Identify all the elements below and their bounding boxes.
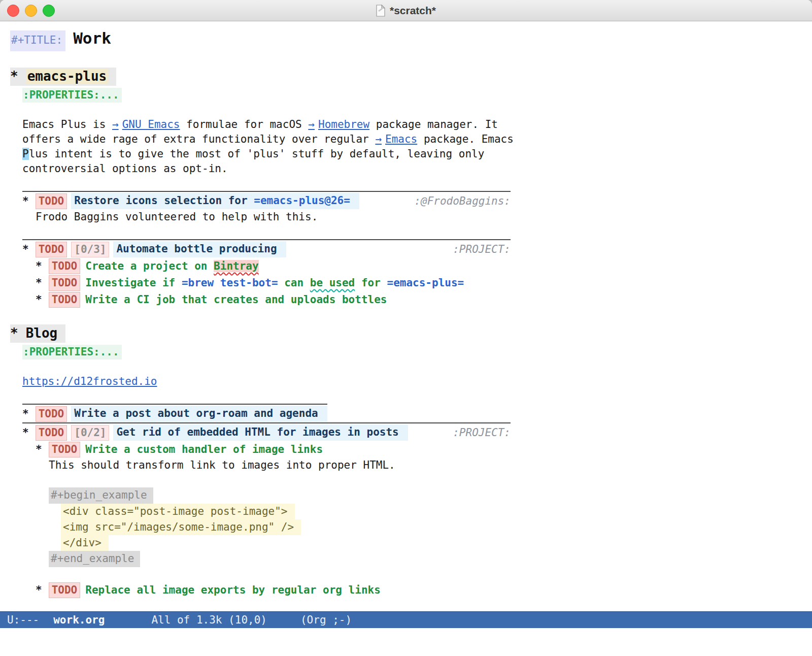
block-end-marker: #+end_example [49, 551, 140, 567]
heading-star: * [36, 292, 42, 307]
heading-text: Investigate if =brew test-bot= can be us… [85, 276, 464, 290]
link-text: GNU Emacs [122, 118, 180, 130]
heading-text: Write a post about org-roam and agenda [71, 406, 327, 422]
text-segment: Emacs Plus is [22, 118, 112, 130]
paragraph: Emacs Plus is →GNU Emacs formulae for ma… [22, 117, 812, 176]
link-text: Homebrew [318, 118, 369, 130]
heading-tag: :@FrodoBaggins: [414, 194, 511, 209]
paragraph-line: controversial options as opt-in. [22, 161, 812, 176]
misspelled-word: Bintray [214, 260, 259, 272]
heading-blog: *Blog [10, 324, 65, 343]
heading-star: * [36, 442, 42, 457]
text-segment: package. Emacs [417, 133, 514, 145]
modeline-state: U:--- [7, 614, 39, 626]
text-segment: lus intent is to give the most of 'plus'… [29, 148, 485, 160]
paragraph-line: Emacs Plus is →GNU Emacs formulae for ma… [22, 117, 812, 132]
link-arrow-icon: → [112, 118, 119, 130]
text-segment: for [355, 277, 387, 289]
example-block: #+begin_example <div class="post-image p… [49, 487, 812, 567]
text-segment: offers a wide rage of extra functionalit… [22, 133, 375, 145]
todo-heading-bottle: *TODO[0/3]Automate bottle producing:PROJ… [22, 239, 511, 258]
paragraph-line: Plus intent is to give the most of 'plus… [22, 147, 812, 161]
buffer: #+TITLE:Work *emacs-plus :PROPERTIES:...… [0, 21, 812, 611]
text-segment: controversial options as opt-in. [22, 162, 228, 175]
heading-star: * [10, 69, 18, 84]
heading-star: * [36, 276, 42, 290]
properties-drawer[interactable]: :PROPERTIES:... [22, 345, 122, 359]
heading-text: Replace all image exports by regular org… [85, 583, 381, 598]
heading-tag: :PROJECT: [453, 425, 511, 440]
example-line: <img src="/images/some-image.png" /> [61, 519, 301, 535]
inline-code: =emacs-plus@26= [254, 194, 350, 207]
todo-heading-post: *TODOWrite a post about org-roam and age… [22, 404, 327, 422]
example-line: </div> [61, 535, 109, 551]
heading-star: * [36, 583, 42, 598]
heading-text: Automate bottle producing [113, 241, 286, 257]
heading-text: emacs-plus [26, 69, 109, 84]
text-segment: Create a project on [85, 260, 214, 272]
example-line: <div class="post-image post-image"> [61, 504, 295, 519]
todo-keyword-badge: TODO [36, 193, 67, 209]
properties-drawer[interactable]: :PROPERTIES:... [22, 88, 122, 103]
todo-keyword-badge: TODO [49, 275, 81, 291]
link-text: Emacs [385, 133, 417, 145]
text-segment: Investigate if [85, 277, 182, 289]
body-text: This should transform link to images int… [49, 458, 812, 473]
todo-heading-ci: *TODOWrite a CI job that creates and upl… [36, 291, 387, 308]
title-line: #+TITLE:Work [10, 30, 812, 51]
traffic-lights [7, 0, 55, 21]
heading-star: * [22, 194, 29, 209]
todo-heading-bintray: *TODOCreate a project on Bintray [36, 258, 259, 275]
paragraph-line: offers a wide rage of extra functionalit… [22, 132, 812, 147]
close-button[interactable] [7, 5, 19, 17]
todo-keyword-badge: TODO [49, 582, 81, 598]
block-begin-marker: #+begin_example [49, 487, 153, 504]
inline-code: =emacs-plus= [387, 277, 464, 289]
window-title-group: *scratch* [376, 5, 436, 17]
todo-heading-testbot: *TODOInvestigate if =brew test-bot= can … [36, 275, 464, 291]
todo-heading-handler: *TODOWrite a custom handler of image lin… [36, 441, 323, 458]
modeline-mode[interactable]: (Org ;-) [300, 614, 352, 626]
body-text: Frodo Baggins volunteered to help with t… [36, 210, 812, 224]
heading-text: Write a CI job that creates and uploads … [85, 292, 387, 307]
todo-heading-replace: *TODOReplace all image exports by regula… [36, 582, 381, 599]
grammar-flagged-text: be used [310, 277, 355, 289]
todo-keyword-badge: TODO [36, 242, 67, 257]
zoom-button[interactable] [43, 5, 55, 17]
heading-star: * [22, 242, 29, 257]
link-emacs[interactable]: →Emacs [375, 133, 417, 145]
text-cursor: P [22, 148, 29, 160]
heading-text: Write a custom handler of image links [85, 442, 323, 457]
heading-text: Restore icons selection for =emacs-plus@… [71, 193, 359, 209]
todo-keyword-badge: TODO [36, 425, 67, 441]
modeline-buffer-name[interactable]: work.org [53, 614, 105, 626]
heading-tag: :PROJECT: [453, 242, 511, 257]
document-icon [376, 5, 385, 17]
emacs-window: *scratch* #+TITLE:Work *emacs-plus :PROP… [0, 0, 812, 656]
text-segment: formulae for macOS [180, 118, 308, 130]
heading-star: * [22, 425, 29, 440]
inline-code: =brew test-bot= [182, 277, 278, 289]
titlebar: *scratch* [0, 0, 812, 21]
progress-cookie: [0/2] [71, 425, 109, 441]
todo-keyword-badge: TODO [36, 406, 67, 422]
link-homebrew[interactable]: →Homebrew [308, 118, 369, 130]
link-gnu-emacs[interactable]: →GNU Emacs [112, 118, 180, 130]
link-d12frosted[interactable]: https://d12frosted.io [22, 375, 157, 387]
text-segment: Restore icons selection for [74, 194, 254, 207]
link-arrow-icon: → [308, 118, 315, 130]
todo-heading-restore: *TODORestore icons selection for =emacs-… [22, 191, 511, 210]
minimize-button[interactable] [25, 5, 37, 17]
heading-text: Blog [26, 326, 58, 341]
todo-heading-embedded: *TODO[0/2]Get rid of embedded HTML for i… [22, 422, 511, 441]
todo-keyword-badge: TODO [49, 258, 81, 274]
modeline-position: All of 1.3k (10,0) [151, 614, 267, 626]
heading-star: * [36, 259, 42, 274]
heading-emacs-plus: *emacs-plus [10, 68, 116, 86]
link-line: https://d12frosted.io [22, 374, 812, 389]
window-title: *scratch* [390, 5, 436, 17]
heading-text: Get rid of embedded HTML for images in p… [113, 424, 408, 441]
text-segment: package manager. It [369, 118, 498, 130]
todo-keyword-badge: TODO [49, 292, 81, 308]
heading-star: * [22, 407, 29, 421]
